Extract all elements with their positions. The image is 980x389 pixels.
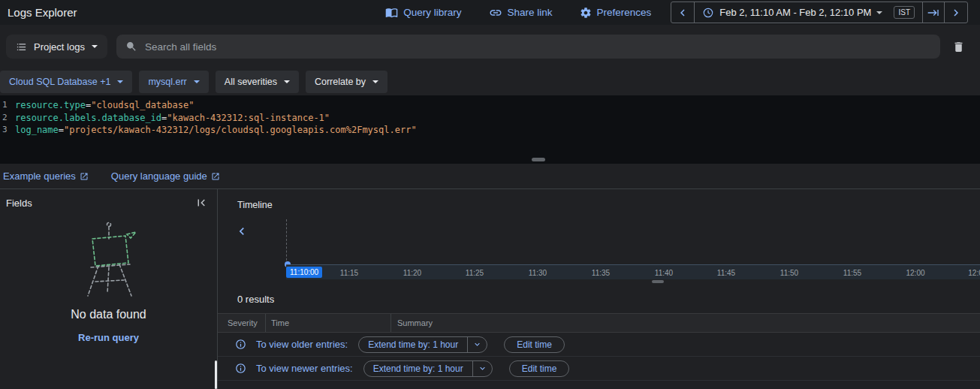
timeline-tick: 11:25 [466, 269, 484, 277]
chevron-down-icon [194, 80, 200, 83]
filter-chips-row: Cloud SQL Database +1 mysql.err All seve… [0, 68, 980, 95]
trash-icon [952, 41, 965, 53]
query-line: 3 log_name="projects/kawach-432312/logs/… [0, 124, 980, 137]
filter-chip-label: Cloud SQL Database +1 [9, 77, 110, 87]
preferences-button[interactable]: Preferences [580, 7, 652, 19]
extend-time-older-dropdown[interactable] [467, 337, 487, 352]
list-icon [16, 41, 27, 53]
logs-explorer-app: Logs Explorer Query library Share link P… [0, 0, 980, 389]
timeline-title: Timeline [237, 200, 273, 210]
query-value: "kawach-432312:sql-instance-1" [167, 113, 330, 123]
easel-illustration [73, 219, 145, 303]
edit-time-newer-button[interactable]: Edit time [509, 360, 570, 377]
timeline-tick: 11:15 [340, 269, 358, 277]
query-library-label: Query library [403, 7, 461, 18]
chevron-down-icon [372, 80, 378, 83]
extend-time-newer-button[interactable]: Extend time by: 1 hour [364, 361, 472, 376]
time-next-button[interactable] [944, 2, 967, 23]
filter-chip-logname[interactable]: mysql.err [139, 71, 208, 93]
time-range-dropdown[interactable]: Feb 2, 11:10 AM - Feb 2, 12:10 PM IST [694, 2, 922, 23]
timeline-tick: 11:50 [780, 269, 798, 277]
jump-to-now-button[interactable] [922, 2, 944, 23]
info-icon [235, 339, 246, 350]
edit-time-older-button[interactable]: Edit time [504, 336, 565, 353]
chevron-down-icon [284, 80, 290, 83]
log-scope-button[interactable]: Project logs [6, 35, 107, 59]
notice-rows: To view older entries: Extend time by: 1… [218, 333, 980, 381]
extend-time-newer-dropdown[interactable] [472, 361, 492, 376]
results-count: 0 results [237, 294, 274, 305]
doc-links-row: Example queries Query language guide [0, 164, 980, 189]
chevron-right-icon [949, 6, 963, 20]
query-key: resource.type [15, 100, 86, 110]
chevron-down-icon [117, 80, 123, 83]
collapse-left-icon [194, 196, 208, 210]
share-link-button[interactable]: Share link [489, 6, 553, 20]
timeline-axis: 11:10:00 11:15 11:20 11:25 11:30 11:35 1… [286, 264, 980, 279]
clear-query-button[interactable] [949, 38, 968, 56]
chevron-down-icon [478, 363, 487, 373]
empty-state: No data found Re-run query [0, 219, 217, 343]
filter-chip-label: All severities [225, 77, 277, 87]
fields-panel-title: Fields [6, 198, 32, 209]
chevron-down-icon [92, 45, 98, 48]
timeline-tick: 11:35 [592, 269, 610, 277]
info-icon [235, 363, 246, 374]
collapse-fields-button[interactable] [194, 196, 208, 210]
results-area: Timeline 11:10:00 11:15 11:20 11:25 11:3… [218, 189, 980, 389]
filter-chip-severity[interactable]: All severities [216, 71, 299, 93]
rerun-query-button[interactable]: Re-run query [78, 332, 139, 343]
filter-chip-correlate[interactable]: Correlate by [306, 71, 387, 93]
query-value: "projects/kawach-432312/logs/cloudsql.go… [64, 125, 417, 135]
skip-to-end-icon [927, 7, 939, 19]
query-language-guide-link[interactable]: Query language guide [111, 170, 220, 182]
timeline-tick: 12:0 [968, 269, 980, 277]
search-input[interactable] [145, 41, 931, 53]
timeline-chart[interactable] [286, 219, 980, 264]
column-header-time: Time [265, 314, 390, 332]
timeline-resize-handle[interactable] [652, 280, 664, 283]
timeline-start-marker [286, 219, 287, 264]
line-number: 2 [0, 112, 15, 125]
newer-entries-row: To view newer entries: Extend time by: 1… [218, 357, 980, 381]
empty-state-title: No data found [71, 308, 146, 321]
book-icon [385, 6, 398, 19]
example-queries-label: Example queries [3, 170, 76, 182]
query-library-button[interactable]: Query library [385, 6, 461, 19]
older-entries-row: To view older entries: Extend time by: 1… [218, 333, 980, 357]
external-link-icon [80, 172, 89, 181]
query-value: "cloudsql_database" [91, 100, 194, 110]
query-key: resource.labels.database_id [15, 113, 161, 123]
timeline-tick: 11:45 [717, 269, 735, 277]
editor-resize-handle[interactable] [532, 158, 545, 161]
timeline-tick: 11:40 [655, 269, 673, 277]
line-number: 3 [0, 124, 15, 137]
column-header-summary: Summary [390, 314, 980, 332]
extend-time-older-button[interactable]: Extend time by: 1 hour [359, 337, 467, 352]
chevron-left-icon [676, 6, 689, 20]
timeline-selected-tick: 11:10:00 [286, 267, 322, 278]
gear-icon [580, 7, 592, 19]
timeline-tick: 11:30 [529, 269, 547, 277]
chevron-left-icon [234, 224, 249, 239]
query-editor[interactable]: 1 resource.type="cloudsql_database" 2 re… [0, 95, 980, 164]
filter-chip-resource[interactable]: Cloud SQL Database +1 [0, 71, 132, 93]
log-scope-label: Project logs [34, 41, 85, 53]
query-line: 2 resource.labels.database_id="kawach-43… [0, 112, 980, 125]
fields-scrollbar[interactable] [215, 360, 217, 389]
results-table-header: Severity Time Summary [218, 313, 980, 333]
link-icon [489, 6, 502, 20]
timezone-badge: IST [894, 6, 915, 19]
example-queries-link[interactable]: Example queries [3, 170, 89, 182]
query-operator: = [59, 125, 64, 135]
query-key: log_name [15, 125, 59, 135]
filter-chip-label: Correlate by [315, 77, 366, 87]
external-link-icon [211, 172, 220, 181]
time-prev-button[interactable] [671, 2, 694, 23]
chevron-down-icon [876, 11, 882, 14]
clock-icon [702, 7, 714, 19]
query-language-guide-label: Query language guide [111, 170, 207, 182]
timeline-scroll-left-button[interactable] [234, 224, 249, 239]
preferences-label: Preferences [597, 7, 652, 18]
search-box [116, 35, 940, 59]
